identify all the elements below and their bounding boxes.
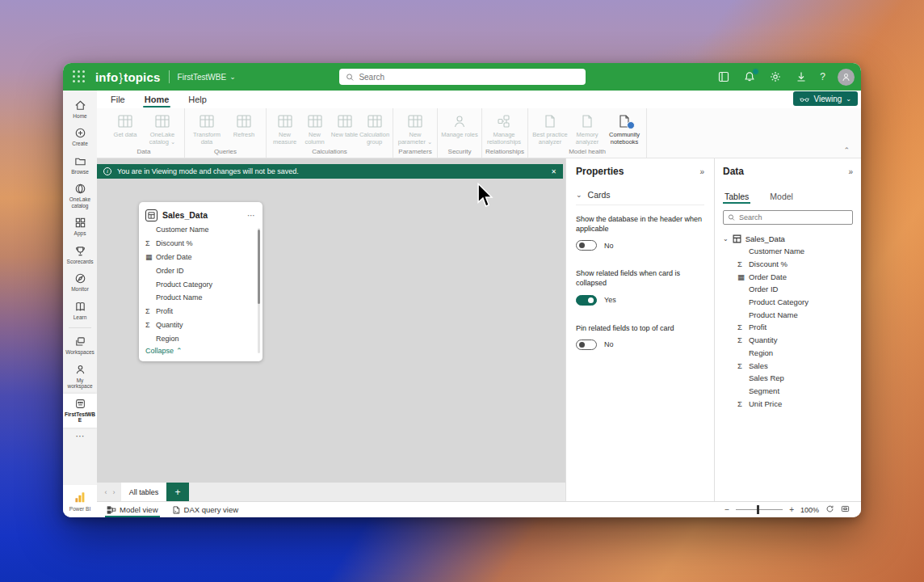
tree-field-row[interactable]: Σ Unit Price bbox=[723, 397, 853, 410]
ribbon-collapse-chevron[interactable]: ⌃ bbox=[843, 146, 850, 154]
ribbon-button[interactable]: New measure bbox=[270, 112, 300, 146]
field-type-icon: Σ bbox=[145, 307, 156, 315]
card-field[interactable]: Σ Discount % bbox=[145, 237, 256, 251]
global-search-box[interactable] bbox=[339, 69, 586, 85]
sidebar-item-firsttestwbe[interactable]: FirstTestWBE bbox=[63, 394, 97, 428]
card-field[interactable]: Order ID bbox=[145, 264, 256, 277]
panel-collapse-icon[interactable]: » bbox=[699, 167, 704, 176]
zoom-slider-thumb[interactable] bbox=[757, 505, 759, 514]
tree-field-row[interactable]: Sales Rep bbox=[723, 372, 853, 385]
model-view-button[interactable]: Model view bbox=[103, 502, 162, 517]
card-field[interactable]: Σ Quantity bbox=[145, 318, 256, 332]
tree-field-row[interactable]: Order ID bbox=[723, 283, 853, 296]
card-field[interactable]: Customer Name bbox=[145, 223, 256, 237]
tree-field-row[interactable]: Product Category bbox=[723, 296, 853, 309]
sidebar-item-browse[interactable]: Browse bbox=[63, 151, 97, 179]
notebook-panel-icon[interactable] bbox=[716, 70, 730, 84]
tree-field-row[interactable]: ▦ Order Date bbox=[723, 270, 853, 283]
banner-close-icon[interactable]: ✕ bbox=[551, 168, 556, 175]
dax-query-view-button[interactable]: DAX query view bbox=[168, 502, 242, 517]
tab-model[interactable]: Model bbox=[768, 192, 795, 205]
ribbon-button[interactable]: Memory analyzer bbox=[569, 112, 606, 146]
all-tables-tab[interactable]: All tables bbox=[121, 483, 166, 501]
tab-tables[interactable]: Tables bbox=[723, 192, 750, 205]
sidebar-item-power-bi[interactable]: Power BI bbox=[63, 485, 97, 517]
add-layout-button[interactable]: + bbox=[166, 483, 189, 501]
tree-field-row[interactable]: Σ Profit bbox=[723, 321, 853, 334]
card-field[interactable]: Σ Profit bbox=[145, 305, 256, 318]
tab-nav-left-icon[interactable]: ‹ bbox=[102, 488, 110, 496]
ribbon-button[interactable]: OneLake catalog ⌄ bbox=[144, 112, 181, 146]
data-search-input[interactable] bbox=[739, 213, 848, 221]
ribbon-button[interactable]: Best practice analyzer bbox=[531, 112, 569, 146]
toggle-switch[interactable] bbox=[576, 340, 597, 350]
sidebar-item-onelake-catalog[interactable]: OneLake catalog bbox=[63, 179, 97, 213]
ribbon-button[interactable]: New column bbox=[300, 112, 330, 146]
zoom-out-icon[interactable]: − bbox=[724, 505, 729, 514]
tree-field-row[interactable]: Product Name bbox=[723, 308, 853, 321]
sidebar-item-scorecards[interactable]: Scorecards bbox=[63, 241, 97, 268]
panel-collapse-icon[interactable]: » bbox=[848, 167, 853, 176]
table-card-header[interactable]: Sales_Data ⋯ bbox=[145, 207, 256, 223]
tree-field-row[interactable]: Σ Discount % bbox=[723, 258, 853, 271]
tree-field-row[interactable]: Customer Name bbox=[723, 245, 853, 258]
table-card-sales-data[interactable]: Sales_Data ⋯ Customer Name Σ Discount % bbox=[139, 202, 262, 361]
tree-field-row[interactable]: Σ Quantity bbox=[723, 334, 853, 347]
ribbon-button[interactable]: New table bbox=[330, 112, 359, 146]
card-field[interactable]: ▦ Order Date bbox=[145, 251, 256, 264]
app-launcher-icon[interactable] bbox=[73, 70, 86, 83]
workspace-switcher[interactable]: FirstTestWBE ⌄ bbox=[178, 73, 236, 82]
sidebar-item-create[interactable]: Create bbox=[63, 123, 97, 150]
ribbon-button[interactable]: New parameter ⌄ bbox=[397, 112, 434, 146]
cards-section-header[interactable]: ⌄ Cards bbox=[576, 184, 704, 205]
fit-to-screen-icon[interactable] bbox=[841, 504, 850, 515]
help-icon[interactable]: ? bbox=[820, 71, 825, 82]
ribbon-button[interactable]: Get data bbox=[107, 112, 144, 146]
ribbon-button[interactable]: Community notebooks bbox=[606, 112, 643, 146]
sidebar-item-my-workspace[interactable]: My workspace bbox=[63, 360, 97, 394]
field-name: Sales bbox=[749, 361, 768, 370]
tree-field-row[interactable]: Region bbox=[723, 347, 853, 360]
viewing-mode-button[interactable]: Viewing ⌄ bbox=[793, 91, 858, 106]
sidebar-item-workspaces[interactable]: Workspaces bbox=[63, 331, 97, 359]
model-canvas[interactable]: i You are in Viewing mode and changes wi… bbox=[97, 158, 565, 483]
zoom-slider[interactable] bbox=[736, 509, 783, 510]
global-search-input[interactable] bbox=[359, 73, 579, 82]
sidebar-more-icon[interactable]: ⋯ bbox=[63, 428, 97, 443]
sidebar-item-home[interactable]: Home bbox=[63, 95, 97, 123]
menu-tab-file[interactable]: File bbox=[107, 92, 128, 108]
card-field[interactable]: Product Name bbox=[145, 291, 256, 305]
settings-gear-icon[interactable] bbox=[768, 70, 782, 84]
user-avatar[interactable] bbox=[838, 69, 855, 86]
notifications-bell-icon[interactable] bbox=[742, 70, 756, 84]
card-field[interactable]: Product Category bbox=[145, 277, 256, 291]
ribbon-button[interactable]: Refresh bbox=[225, 112, 262, 146]
field-name: Order Date bbox=[156, 253, 192, 261]
reset-zoom-icon[interactable] bbox=[825, 504, 834, 515]
sidebar-item-monitor[interactable]: Monitor bbox=[63, 268, 97, 296]
data-search-box[interactable] bbox=[723, 210, 853, 225]
tab-nav-right-icon[interactable]: › bbox=[110, 488, 118, 496]
ribbon-button[interactable]: Calculation group bbox=[359, 112, 389, 146]
card-field[interactable]: Region bbox=[145, 331, 256, 345]
toggle-switch[interactable] bbox=[576, 240, 597, 251]
ribbon-button[interactable]: Manage roles bbox=[441, 112, 478, 146]
table-card-title: Sales_Data bbox=[162, 210, 208, 220]
ribbon-button[interactable]: Transform data bbox=[188, 112, 225, 146]
tree-table-row[interactable]: ⌄ Sales_Data bbox=[723, 232, 853, 245]
card-collapse-link[interactable]: Collapse ⌃ bbox=[145, 347, 256, 355]
zoom-in-icon[interactable]: + bbox=[789, 505, 794, 514]
sidebar-item-learn[interactable]: Learn bbox=[63, 297, 97, 324]
card-scrollbar[interactable] bbox=[258, 228, 260, 353]
tree-field-list: Customer Name Σ Discount % ▦ Order Date bbox=[723, 245, 853, 410]
sidebar-item-apps[interactable]: Apps bbox=[63, 213, 97, 240]
menu-tab-help[interactable]: Help bbox=[185, 92, 210, 108]
table-card-menu-icon[interactable]: ⋯ bbox=[247, 211, 256, 220]
download-icon[interactable] bbox=[794, 70, 808, 84]
toggle-switch[interactable] bbox=[576, 295, 597, 306]
tree-field-row[interactable]: Σ Sales bbox=[723, 359, 853, 372]
field-type-icon: Σ bbox=[737, 259, 749, 268]
tree-field-row[interactable]: Segment bbox=[723, 385, 853, 398]
ribbon-button[interactable]: Manage relationships bbox=[485, 112, 523, 146]
menu-tab-home[interactable]: Home bbox=[141, 92, 173, 108]
